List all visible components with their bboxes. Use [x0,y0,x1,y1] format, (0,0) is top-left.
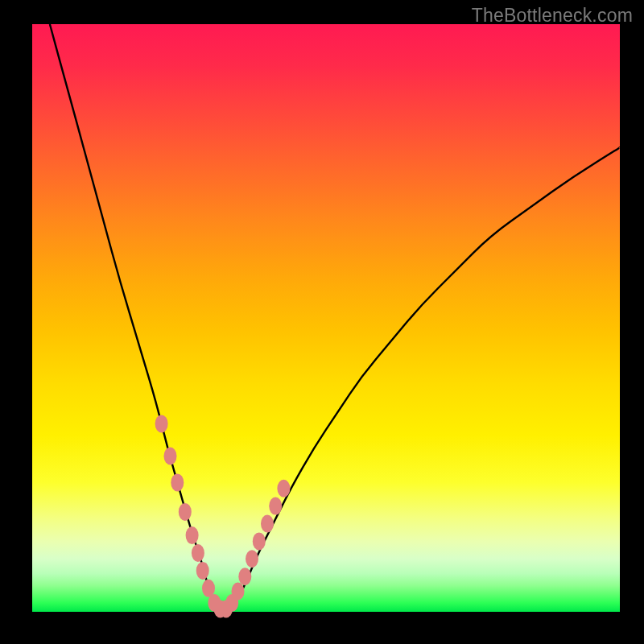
highlight-dot [277,480,290,497]
highlight-dot [253,532,266,550]
highlight-dot [186,526,199,544]
highlight-dot [179,503,192,521]
highlight-dot [171,473,184,491]
highlight-dot [155,415,168,432]
highlight-dot [164,448,177,465]
highlight-dot [192,544,204,562]
chart-svg [32,24,620,612]
chart-container: TheBottleneck.com [0,0,644,644]
highlight-dot [196,562,209,580]
watermark-text: TheBottleneck.com [472,5,633,27]
highlight-dot [261,515,274,533]
highlight-dots-group [155,415,291,617]
highlight-dot [246,550,258,568]
bottleneck-curve [50,24,620,612]
highlight-dot [232,583,245,601]
highlight-dot [238,568,251,585]
highlight-dot [269,497,282,515]
